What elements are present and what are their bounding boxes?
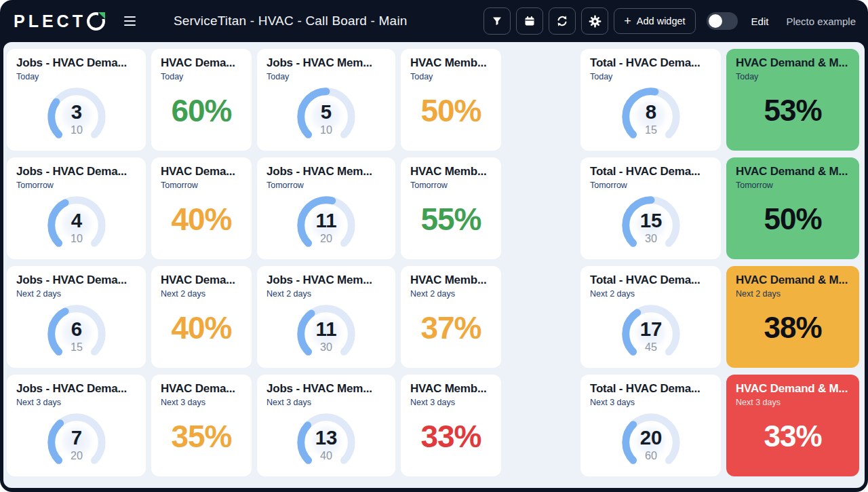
gauge-value: 11	[315, 318, 336, 340]
gauge-widget-card[interactable]: Total - HVAC Dema... Today 8 15	[580, 49, 721, 151]
gauge-value: 6	[71, 318, 81, 340]
widget-title: Total - HVAC Dema...	[590, 273, 711, 287]
percent-value: 33%	[410, 407, 492, 471]
gauge-widget-card[interactable]: Total - HVAC Dema... Tomorrow 15 30	[580, 157, 721, 259]
widget-period: Next 3 days	[16, 398, 136, 407]
gauge-target: 10	[71, 124, 83, 136]
widget-period: Tomorrow	[736, 181, 850, 190]
kpi-widget-card[interactable]: HVAC Demand & M... Tomorrow 50%	[726, 157, 859, 259]
settings-button[interactable]	[581, 7, 608, 35]
widget-title: HVAC Dema...	[161, 382, 242, 396]
gauge-wrap: 8 15	[590, 81, 711, 145]
percent-widget-card[interactable]: HVAC Memb... Next 2 days 37%	[401, 266, 501, 368]
kpi-widget-card[interactable]: HVAC Demand & M... Today 53%	[726, 49, 859, 151]
gauge-chart: 11 30	[293, 301, 359, 367]
widget-title: HVAC Demand & M...	[736, 165, 850, 178]
widget-title: HVAC Memb...	[410, 273, 492, 287]
gauge-value: 15	[639, 209, 662, 231]
percent-widget-card[interactable]: HVAC Memb... Tomorrow 55%	[401, 157, 501, 259]
widget-title: Total - HVAC Dema...	[590, 56, 711, 70]
filter-button[interactable]	[484, 7, 511, 35]
widget-title: Jobs - HVAC Mem...	[267, 56, 386, 70]
kpi-value: 33%	[736, 407, 850, 471]
calendar-button[interactable]	[516, 7, 543, 35]
gauge-chart: 5 10	[293, 83, 359, 150]
header-controls: + Add widget Edit Plecto example	[484, 7, 856, 35]
add-widget-button[interactable]: + Add widget	[614, 8, 695, 34]
gauge-widget-card[interactable]: Total - HVAC Dema... Next 2 days 17 45	[580, 266, 721, 368]
percent-widget-card[interactable]: HVAC Dema... Next 3 days 35%	[151, 375, 252, 476]
percent-widget-card[interactable]: HVAC Dema... Tomorrow 40%	[151, 157, 252, 259]
plecto-logo-text: PLECT	[14, 12, 86, 31]
gauge-target: 40	[320, 449, 332, 461]
percent-widget-card[interactable]: HVAC Memb... Next 3 days 33%	[401, 375, 501, 476]
gauge-widget-card[interactable]: Jobs - HVAC Mem... Tomorrow 11 20	[257, 157, 395, 259]
gauge-chart: 17 45	[618, 301, 684, 367]
gauge-wrap: 15 30	[590, 190, 711, 254]
kpi-value: 50%	[736, 190, 850, 254]
widget-title: HVAC Demand & M...	[736, 56, 850, 70]
gauge-target: 60	[645, 449, 657, 461]
gauge-widget-card[interactable]: Jobs - HVAC Dema... Next 2 days 6 15	[7, 266, 146, 368]
gauge-chart: 15 30	[618, 192, 684, 259]
menu-icon[interactable]	[121, 14, 138, 29]
gauge-widget-card[interactable]: Jobs - HVAC Mem... Next 3 days 13 40	[257, 375, 395, 476]
gauge-value: 17	[639, 318, 662, 340]
edit-toggle[interactable]	[707, 12, 738, 30]
kpi-widget-card[interactable]: HVAC Demand & M... Next 3 days 33%	[726, 375, 859, 476]
widget-title: Jobs - HVAC Mem...	[267, 273, 386, 287]
widget-title: Jobs - HVAC Dema...	[16, 382, 136, 396]
widget-grid: Jobs - HVAC Dema... Today 3 10 HVAC Dema…	[7, 49, 865, 476]
percent-value: 37%	[410, 299, 492, 362]
percent-widget-card[interactable]: HVAC Dema... Today 60%	[151, 49, 252, 151]
widget-period: Tomorrow	[267, 181, 386, 190]
percent-widget-card[interactable]: HVAC Memb... Today 50%	[401, 49, 501, 151]
gauge-target: 15	[71, 341, 83, 353]
gauge-wrap: 11 30	[267, 299, 386, 362]
widget-period: Today	[736, 72, 850, 81]
refresh-icon	[555, 14, 569, 28]
gauge-wrap: 20 60	[590, 407, 711, 471]
gauge-widget-card[interactable]: Total - HVAC Dema... Next 3 days 20 60	[580, 375, 721, 476]
widget-title: HVAC Memb...	[410, 382, 492, 396]
refresh-button[interactable]	[549, 7, 576, 35]
gauge-widget-card[interactable]: Jobs - HVAC Mem... Today 5 10	[257, 49, 395, 151]
widget-period: Tomorrow	[161, 181, 242, 190]
gauge-target: 10	[320, 124, 332, 136]
gauge-chart: 13 40	[293, 409, 359, 476]
toggle-knob	[709, 14, 722, 28]
gauge-value: 3	[71, 100, 81, 123]
widget-period: Next 2 days	[590, 289, 711, 299]
kpi-widget-card[interactable]: HVAC Demand & M... Next 2 days 38%	[726, 266, 859, 368]
plecto-logo[interactable]: PLECT	[14, 12, 105, 31]
percent-widget-card[interactable]: HVAC Dema... Next 2 days 40%	[151, 266, 252, 368]
gauge-wrap: 7 20	[16, 407, 136, 471]
widget-period: Today	[590, 72, 711, 81]
widget-period: Tomorrow	[16, 181, 136, 190]
gauge-wrap: 17 45	[590, 299, 711, 362]
gauge-value: 11	[315, 209, 336, 231]
widget-title: HVAC Demand & M...	[736, 273, 850, 287]
gauge-target: 20	[320, 232, 332, 244]
app-window: PLECT ServiceTitan - HVAC - Call Board -…	[0, 0, 868, 492]
gauge-chart: 6 15	[43, 301, 110, 367]
gauge-widget-card[interactable]: Jobs - HVAC Dema... Tomorrow 4 10	[7, 157, 146, 259]
account-menu[interactable]: Plecto example	[786, 16, 856, 27]
gauge-widget-card[interactable]: Jobs - HVAC Dema... Next 3 days 7 20	[7, 375, 146, 476]
gauge-widget-card[interactable]: Jobs - HVAC Mem... Next 2 days 11 30	[257, 266, 395, 368]
gauge-chart: 7 20	[43, 409, 110, 476]
gauge-chart: 11 20	[293, 192, 359, 259]
widget-title: HVAC Demand & M...	[736, 382, 850, 396]
widget-period: Today	[267, 72, 386, 81]
gauge-value: 7	[71, 426, 81, 449]
widget-title: Jobs - HVAC Dema...	[16, 56, 136, 70]
percent-value: 55%	[410, 190, 492, 254]
gauge-wrap: 3 10	[16, 81, 136, 145]
gauge-widget-card[interactable]: Jobs - HVAC Dema... Today 3 10	[7, 49, 146, 151]
widget-period: Next 3 days	[267, 398, 386, 407]
percent-value: 35%	[161, 407, 242, 471]
top-bar: PLECT ServiceTitan - HVAC - Call Board -…	[0, 0, 868, 42]
filter-icon	[490, 14, 504, 28]
gauge-value: 5	[321, 100, 332, 123]
widget-title: Jobs - HVAC Mem...	[267, 382, 386, 396]
